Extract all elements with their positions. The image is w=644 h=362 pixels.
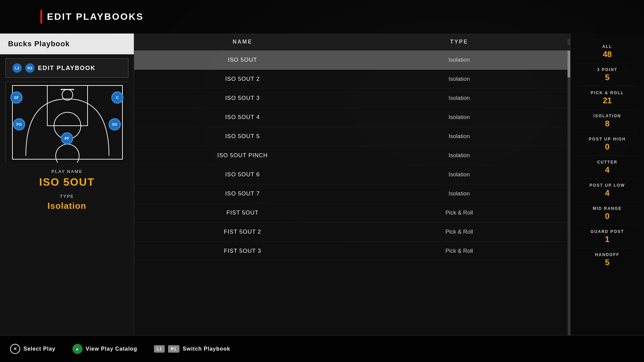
stat-label: POST UP HIGH <box>576 137 639 141</box>
play-row-name: ISO 5OUT PINCH <box>134 152 351 159</box>
play-row-type: Isolation <box>351 114 568 121</box>
stat-value: 4 <box>576 188 639 198</box>
play-row-type: Isolation <box>351 76 568 82</box>
court-diagram: SF C PG SG PF <box>5 82 128 162</box>
switch-playbook-label: Switch Playbook <box>183 346 230 352</box>
r1-badge: R1 <box>168 345 179 353</box>
play-row-type: Isolation <box>351 133 568 140</box>
right-stats-panel: ALL 48 3 POINT 5 PICK & ROLL 21 ISOLATIO… <box>570 34 644 335</box>
stat-label: POST UP LOW <box>576 183 639 188</box>
play-row-type: Isolation <box>351 95 568 102</box>
stat-value: 0 <box>576 212 639 221</box>
play-row[interactable]: ISO 5OUT 3 Isolation <box>134 89 568 108</box>
play-row[interactable]: FIST 5OUT 3 Pick & Roll <box>134 242 568 261</box>
stat-value: 1 <box>576 235 639 244</box>
stat-value: 5 <box>576 73 639 82</box>
position-sf: SF <box>10 92 22 104</box>
play-row-name: ISO 5OUT 6 <box>134 171 351 178</box>
play-row[interactable]: ISO 5OUT Isolation <box>134 51 568 70</box>
play-row[interactable]: ISO 5OUT 6 Isolation <box>134 165 568 184</box>
select-play-label: Select Play <box>23 346 56 352</box>
stat-value: 48 <box>576 50 639 59</box>
x-button-icon: ✕ <box>10 344 20 354</box>
play-row-type: Pick & Roll <box>351 229 568 235</box>
view-catalog-action[interactable]: ▲ View Play Catalog <box>72 344 138 354</box>
stat-label: ISOLATION <box>576 114 639 118</box>
play-row-name: ISO 5OUT 5 <box>134 133 351 140</box>
play-row[interactable]: ISO 5OUT 7 Isolation <box>134 184 568 203</box>
play-row-name: ISO 5OUT 7 <box>134 190 351 197</box>
play-name-label: PLAY NAME <box>0 169 134 174</box>
play-row[interactable]: ISO 5OUT 5 Isolation <box>134 127 568 146</box>
stat-item-all[interactable]: ALL 48 <box>576 40 639 63</box>
stat-item-handoff[interactable]: HANDOFF 5 <box>576 248 639 271</box>
stat-label: GUARD POST <box>576 229 639 234</box>
play-row[interactable]: FIST 5OUT Pick & Roll <box>134 203 568 223</box>
position-sg: SG <box>109 118 121 130</box>
scrollbar[interactable] <box>568 39 570 45</box>
play-row[interactable]: ISO 5OUT 4 Isolation <box>134 108 568 127</box>
stat-label: HANDOFF <box>576 252 639 257</box>
scrollbar-thumb[interactable] <box>568 51 570 77</box>
play-row-type: Isolation <box>351 57 568 63</box>
stat-item-guard-post[interactable]: GUARD POST 1 <box>576 225 639 248</box>
top-header: EDIT PLAYBOOKS <box>0 0 644 34</box>
position-pf: PF <box>61 132 73 144</box>
stat-item-pick-&-roll[interactable]: PICK & ROLL 21 <box>576 86 639 110</box>
stat-item-isolation[interactable]: ISOLATION 8 <box>576 110 639 133</box>
play-type-value: Isolation <box>0 201 134 211</box>
l2-badge: L2 <box>12 63 22 73</box>
play-row-name: ISO 5OUT 4 <box>134 114 351 121</box>
stat-value: 4 <box>576 165 639 175</box>
play-row[interactable]: FIST 5OUT 2 Pick & Roll <box>134 223 568 242</box>
stat-label: 3 POINT <box>576 67 639 72</box>
column-header-name: NAME <box>134 39 351 45</box>
stat-value: 5 <box>576 258 639 267</box>
stat-item-post-up-high[interactable]: POST UP HIGH 0 <box>576 133 639 156</box>
position-c: C <box>111 92 123 104</box>
position-pg: PG <box>13 118 25 130</box>
play-name-value: ISO 5OUT <box>0 176 134 188</box>
page-title: EDIT PLAYBOOKS <box>47 11 144 22</box>
l1r1-badge: L1 <box>154 345 165 353</box>
stat-item-3-point[interactable]: 3 POINT 5 <box>576 63 639 86</box>
center-panel: NAME TYPE ISO 5OUT Isolation ISO 5OUT 2 … <box>134 34 570 335</box>
triangle-button-icon: ▲ <box>72 344 83 354</box>
column-header-type: TYPE <box>351 39 568 45</box>
play-row[interactable]: ISO 5OUT 2 Isolation <box>134 70 568 89</box>
stat-item-post-up-low[interactable]: POST UP LOW 4 <box>576 179 639 202</box>
view-catalog-label: View Play Catalog <box>86 346 138 352</box>
plays-list: ISO 5OUT Isolation ISO 5OUT 2 Isolation … <box>134 51 568 335</box>
stat-label: PICK & ROLL <box>576 90 639 95</box>
list-header: NAME TYPE <box>134 34 570 51</box>
switch-playbook-action[interactable]: L1 R1 Switch Playbook <box>154 345 230 353</box>
header-accent <box>40 10 42 23</box>
play-info: PLAY NAME ISO 5OUT TYPE Isolation <box>0 162 134 335</box>
play-type-label: TYPE <box>0 194 134 199</box>
r2-badge: R2 <box>25 63 35 73</box>
play-row-type: Pick & Roll <box>351 209 568 216</box>
play-row-name: ISO 5OUT 2 <box>134 76 351 82</box>
play-row-name: ISO 5OUT 3 <box>134 95 351 102</box>
bottom-bar: ✕ Select Play ▲ View Play Catalog L1 R1 … <box>0 335 644 362</box>
stat-label: MID RANGE <box>576 206 639 211</box>
stat-item-mid-range[interactable]: MID RANGE 0 <box>576 202 639 225</box>
play-row-type: Isolation <box>351 171 568 178</box>
stat-item-cutter[interactable]: CUTTER 4 <box>576 156 639 179</box>
left-panel: Bucks Playbook L2 R2 EDIT PLAYBOOK <box>0 34 134 335</box>
edit-playbook-button[interactable]: L2 R2 EDIT PLAYBOOK <box>5 58 128 78</box>
stat-value: 0 <box>576 142 639 152</box>
stat-label: CUTTER <box>576 160 639 165</box>
play-row-type: Isolation <box>351 190 568 197</box>
play-row-name: FIST 5OUT <box>134 209 351 216</box>
list-body: ISO 5OUT Isolation ISO 5OUT 2 Isolation … <box>134 51 570 335</box>
edit-playbook-label: EDIT PLAYBOOK <box>38 65 96 72</box>
stat-value: 21 <box>576 96 639 105</box>
play-row[interactable]: ISO 5OUT PINCH Isolation <box>134 146 568 165</box>
play-row-type: Isolation <box>351 152 568 159</box>
main-content: Bucks Playbook L2 R2 EDIT PLAYBOOK <box>0 34 644 335</box>
play-row-name: FIST 5OUT 2 <box>134 229 351 235</box>
play-row-name: FIST 5OUT 3 <box>134 248 351 254</box>
select-play-action[interactable]: ✕ Select Play <box>10 344 56 354</box>
scrollbar-track[interactable] <box>568 51 570 335</box>
